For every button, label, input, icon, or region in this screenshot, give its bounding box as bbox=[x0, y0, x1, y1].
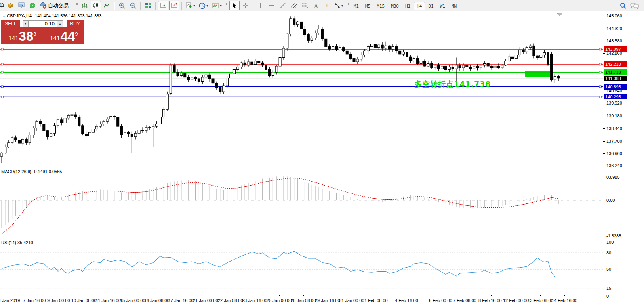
svg-text:T: T bbox=[326, 3, 328, 8]
buy-price-button[interactable]: 141 44 9 bbox=[44, 27, 84, 44]
price-tick-label: 139.180 bbox=[606, 113, 622, 118]
strategy-tester-icon[interactable] bbox=[27, 1, 38, 10]
chart-canvas[interactable]: ▲GBPJPY-,H4141.404 141.536 141.303 141.3… bbox=[0, 12, 603, 296]
timeframe-button-M1[interactable]: M1 bbox=[351, 2, 362, 10]
rsi-axis-label: 100 bbox=[606, 240, 614, 245]
new-order-partial-label[interactable]: 单 bbox=[0, 2, 5, 9]
price-tick-label: 138.440 bbox=[606, 126, 622, 131]
tile-windows-icon[interactable] bbox=[143, 1, 153, 10]
price-tick-mark bbox=[603, 141, 605, 142]
macd-label: MACD(12,26,9) -0.1491 0.0565 bbox=[1, 169, 62, 174]
time-tick-mark bbox=[516, 295, 516, 296]
chat-icon[interactable] bbox=[629, 1, 641, 10]
time-tick-mark bbox=[442, 295, 442, 296]
fibonacci-tool-icon[interactable]: F bbox=[300, 1, 310, 10]
chevron-down-icon: ▼ bbox=[206, 4, 209, 7]
time-tick-mark bbox=[60, 295, 60, 296]
time-tick-label: 8 Feb 16:00 bbox=[478, 298, 502, 303]
auto-trading-button[interactable]: 自动交易 bbox=[38, 1, 70, 10]
buy-price-point: 9 bbox=[75, 31, 78, 37]
candlestick-mode-icon[interactable] bbox=[91, 1, 101, 10]
timeframe-button-M30[interactable]: M30 bbox=[388, 2, 402, 10]
time-tick-mark bbox=[279, 295, 280, 296]
horizontal-line-tool-icon[interactable] bbox=[267, 1, 277, 10]
toolbar-gripper[interactable] bbox=[348, 2, 349, 9]
buy-button[interactable]: BUY bbox=[67, 20, 84, 27]
zoom-out-icon[interactable] bbox=[128, 1, 138, 10]
auto-trading-label: 自动交易 bbox=[48, 2, 69, 9]
volume-decrease-button[interactable]: ▼ bbox=[23, 20, 29, 27]
zoom-in-icon[interactable] bbox=[117, 1, 127, 10]
toolbar-gripper[interactable] bbox=[76, 2, 78, 9]
auto-scroll-icon[interactable] bbox=[158, 1, 168, 10]
mt4-terminal: 单 自动交易 bbox=[0, 0, 644, 306]
time-axis[interactable]: 4 Jan 20197 Jan 16:009 Jan 00:0010 Jan 0… bbox=[0, 296, 603, 306]
timeframe-button-M5[interactable]: M5 bbox=[362, 2, 373, 10]
time-tick-mark bbox=[11, 295, 11, 296]
indicators-menu-button[interactable]: ▼ bbox=[184, 1, 197, 10]
market-watch-icon[interactable] bbox=[5, 1, 15, 10]
crosshair-tool-icon[interactable] bbox=[240, 1, 251, 10]
pivot-annotation[interactable]: 多空转折点141.738 bbox=[414, 79, 491, 90]
time-tick-label: 28 Jan 08:00 bbox=[291, 298, 316, 303]
sell-price-pips: 38 bbox=[19, 31, 34, 42]
arrows-tool-button[interactable]: ▼ bbox=[333, 1, 345, 10]
timeframe-button-H4[interactable]: H4 bbox=[414, 2, 425, 10]
time-tick-mark bbox=[540, 295, 541, 296]
time-tick-label: 7 Feb 08:00 bbox=[453, 298, 476, 303]
sell-button[interactable]: SELL bbox=[1, 20, 20, 27]
rsi-axis-label: 80 bbox=[606, 251, 611, 255]
price-tick-mark bbox=[603, 153, 605, 154]
price-tick-label: 137.700 bbox=[606, 139, 622, 143]
search-icon[interactable] bbox=[618, 1, 628, 10]
toolbar-separator bbox=[181, 2, 182, 10]
quote-bar: ▲GBPJPY-,H4141.404 141.536 141.303 141.3… bbox=[2, 13, 101, 18]
toolbar-gripper[interactable] bbox=[226, 2, 227, 9]
timeframe-button-MN[interactable]: MN bbox=[449, 2, 459, 10]
time-tick-label: 16 Jan 08:00 bbox=[144, 298, 170, 303]
collapse-panel-icon[interactable]: ▲ bbox=[2, 15, 6, 18]
text-label-tool-icon[interactable]: T bbox=[322, 1, 332, 10]
timeframe-button-D1[interactable]: D1 bbox=[426, 2, 436, 10]
rsi-label: RSI(14) 35.4210 bbox=[1, 240, 33, 245]
price-axis[interactable]: 145.060144.320143.580142.860142.120140.6… bbox=[603, 12, 644, 304]
vertical-line-tool-icon[interactable] bbox=[255, 1, 266, 10]
time-tick-label: 14 Feb 16:00 bbox=[552, 298, 577, 303]
bar-chart-mode-icon[interactable] bbox=[80, 1, 90, 10]
price-tick-mark bbox=[603, 103, 605, 103]
one-click-trade-panel: SELL ▼ 0.10 ▲ BUY 141 38 3 141 44 9 bbox=[1, 20, 84, 55]
time-tick-label: 10 Jan 08:00 bbox=[71, 298, 97, 303]
volume-input[interactable]: 0.10 bbox=[29, 20, 57, 27]
chevron-down-icon: ▼ bbox=[341, 4, 344, 7]
sell-price-point: 3 bbox=[33, 31, 36, 37]
price-tick-mark bbox=[603, 91, 605, 91]
time-tick-mark bbox=[408, 295, 408, 296]
templates-menu-button[interactable]: ▼ bbox=[211, 1, 223, 10]
price-tick-mark bbox=[603, 29, 605, 29]
periods-menu-button[interactable]: ▼ bbox=[198, 1, 210, 10]
text-tool-icon[interactable]: A bbox=[311, 1, 321, 10]
chevron-down-icon: ▼ bbox=[193, 4, 196, 7]
trendline-tool-icon[interactable] bbox=[278, 1, 288, 10]
volume-increase-button[interactable]: ▲ bbox=[57, 20, 63, 27]
sell-price-button[interactable]: 141 38 3 bbox=[1, 27, 44, 44]
equidistant-channel-tool-icon[interactable]: E bbox=[289, 1, 299, 10]
time-tick-mark bbox=[133, 295, 133, 296]
cursor-tool-icon[interactable] bbox=[229, 1, 240, 10]
line-chart-mode-icon[interactable] bbox=[102, 1, 112, 10]
time-tick-mark bbox=[231, 295, 231, 296]
chart-shift-icon[interactable] bbox=[169, 1, 179, 10]
timeframe-button-H1[interactable]: H1 bbox=[402, 2, 413, 10]
timeframe-button-M15[interactable]: M15 bbox=[374, 2, 387, 10]
price-level-label: 142.210 bbox=[604, 61, 627, 67]
terminal-window-icon[interactable] bbox=[16, 1, 27, 10]
sell-price-base: 141 bbox=[9, 34, 19, 41]
time-tick-label: 4 Jan 2019 bbox=[0, 298, 20, 303]
toolbar-separator bbox=[140, 2, 141, 10]
symbol-period-label: GBPJPY-,H4 bbox=[7, 13, 32, 18]
timeframe-button-W1[interactable]: W1 bbox=[437, 2, 448, 10]
time-tick-label: 13 Feb 08:00 bbox=[528, 298, 553, 303]
time-tick-label: 29 Jan 16:00 bbox=[315, 298, 340, 303]
time-tick-mark bbox=[466, 295, 466, 296]
toolbar-separator bbox=[72, 2, 72, 10]
